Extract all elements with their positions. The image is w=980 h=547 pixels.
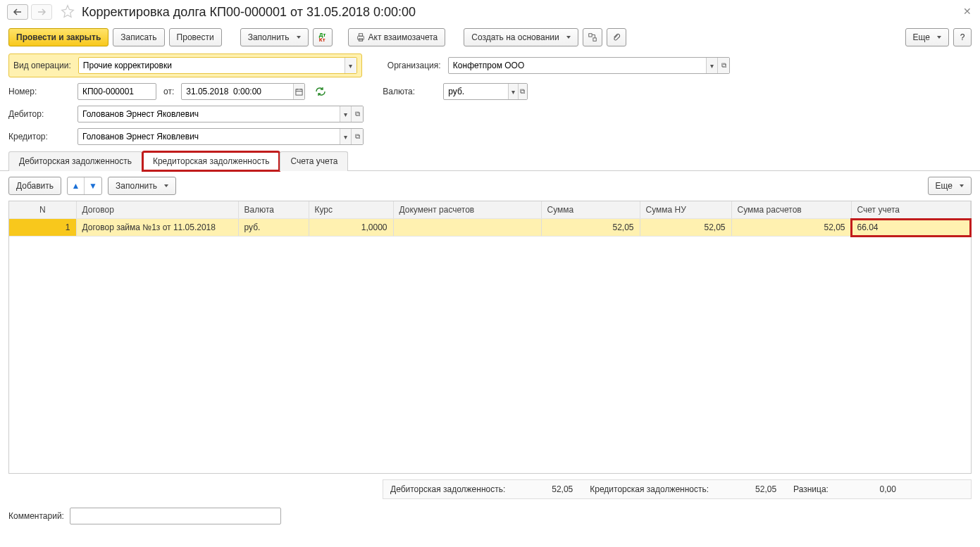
close-button[interactable]: ✕ [963,6,972,17]
cell-account[interactable]: 66.04 [851,219,971,237]
number-label: Номер: [8,87,73,96]
totals-area: Дебиторская задолженность: 52,05 Кредито… [8,479,972,499]
cell-contract[interactable]: Договор займа №1з от 11.05.2018 [76,219,238,237]
main-toolbar: Провести и закрыть Записать Провести Зап… [0,25,980,54]
tabs: Дебиторская задолженность Кредиторская з… [0,151,980,171]
tab-creditor-debt[interactable]: Кредиторская задолженность [142,151,280,171]
date-field[interactable] [182,84,293,99]
comment-field[interactable] [70,508,280,524]
currency-open[interactable]: ⧉ [518,84,528,99]
col-sum[interactable]: Сумма [541,201,640,219]
op-type-field[interactable] [79,58,345,73]
more-button[interactable]: Еще [905,28,949,46]
cell-sum-settl[interactable]: 52,05 [731,219,851,237]
grid-more-button[interactable]: Еще [928,177,972,195]
creditor-label: Кредитор: [8,132,73,142]
col-rate[interactable]: Курс [309,201,393,219]
from-label: от: [163,87,174,96]
col-contract[interactable]: Договор [76,201,238,219]
col-sum-nu[interactable]: Сумма НУ [640,201,731,219]
structure-icon [588,32,597,42]
print-label: Акт взаимозачета [368,32,438,42]
grid-header-row: N Договор Валюта Курс Документ расчетов … [9,201,971,219]
cell-sum[interactable]: 52,05 [541,219,640,237]
org-open[interactable]: ⧉ [717,58,729,73]
structure-button[interactable] [583,28,602,46]
debtor-dropdown[interactable]: ▾ [340,106,352,122]
favorite-star-icon[interactable] [61,4,76,20]
fill-button[interactable]: Заполнить [240,28,309,46]
total-diff-value: 0,00 [833,484,896,494]
print-icon [356,32,366,42]
col-doc[interactable]: Документ расчетов [393,201,541,219]
col-currency[interactable]: Валюта [238,201,309,219]
op-type-label: Вид операции: [13,61,71,70]
org-dropdown[interactable]: ▾ [706,58,718,73]
move-down-button[interactable]: ▼ [85,177,101,194]
total-creditor-label: Кредиторская задолженность: [590,484,709,494]
grid-fill-button[interactable]: Заполнить [108,177,176,195]
svg-rect-3 [588,34,591,37]
svg-rect-5 [296,89,302,94]
creditor-open[interactable]: ⧉ [351,129,363,144]
move-up-button[interactable]: ▲ [68,177,85,194]
tab-accounts[interactable]: Счета учета [280,151,348,171]
nav-back-button[interactable] [7,4,28,20]
paperclip-icon [612,32,621,42]
op-type-dropdown[interactable]: ▾ [345,58,356,73]
number-field[interactable] [78,84,156,99]
dtkt-icon: ДтКт [319,32,326,42]
grid-empty-area[interactable] [9,237,971,473]
grid: N Договор Валюта Курс Документ расчетов … [8,201,972,474]
refresh-button[interactable] [315,87,326,96]
tab-debtor-debt[interactable]: Дебиторская задолженность [8,151,142,171]
nav-forward-button[interactable] [31,4,52,20]
add-row-button[interactable]: Добавить [8,177,61,195]
post-button[interactable]: Провести [169,28,222,46]
currency-field[interactable] [444,84,508,99]
org-label: Организация: [387,61,444,70]
help-button[interactable]: ? [953,28,972,46]
op-type-group: Вид операции: ▾ [8,54,362,77]
debtor-open[interactable]: ⧉ [351,106,363,122]
col-n[interactable]: N [9,201,76,219]
svg-rect-1 [359,34,362,37]
cell-n[interactable]: 1 [9,219,76,237]
grid-toolbar: Добавить ▲ ▼ Заполнить Еще [0,171,980,201]
create-based-button[interactable]: Создать на основании [464,28,578,46]
calendar-icon [295,88,303,96]
table-row[interactable]: 1 Договор займа №1з от 11.05.2018 руб. 1… [9,219,971,237]
total-diff-label: Разница: [793,484,829,494]
attach-button[interactable] [607,28,626,46]
col-account[interactable]: Счет учета [851,201,971,219]
debtor-label: Дебитор: [8,109,73,119]
window-title: Корректировка долга КП00-000001 от 31.05… [82,5,416,20]
cell-currency[interactable]: руб. [238,219,309,237]
save-button[interactable]: Записать [113,28,164,46]
svg-rect-4 [593,38,596,41]
cell-doc[interactable] [393,219,541,237]
print-offset-act-button[interactable]: Акт взаимозачета [348,28,446,46]
debtor-field[interactable] [78,106,340,122]
refresh-icon [315,87,326,96]
total-creditor-value: 52,05 [713,484,776,494]
cell-rate[interactable]: 1,0000 [309,219,393,237]
creditor-dropdown[interactable]: ▾ [340,129,352,144]
total-debtor-label: Дебиторская задолженность: [390,484,505,494]
comment-label: Комментарий: [8,511,64,521]
dtkt-button[interactable]: ДтКт [313,28,333,46]
org-field[interactable] [449,58,706,73]
date-picker-button[interactable] [293,84,304,99]
currency-dropdown[interactable]: ▾ [508,84,518,99]
title-bar: Корректировка долга КП00-000001 от 31.05… [0,0,980,25]
creditor-field[interactable] [78,129,340,144]
col-sum-settl[interactable]: Сумма расчетов [731,201,851,219]
post-and-close-button[interactable]: Провести и закрыть [8,28,108,46]
move-arrows: ▲ ▼ [67,177,102,195]
currency-label: Валюта: [383,87,439,96]
total-debtor-value: 52,05 [509,484,573,494]
cell-sum-nu[interactable]: 52,05 [640,219,731,237]
